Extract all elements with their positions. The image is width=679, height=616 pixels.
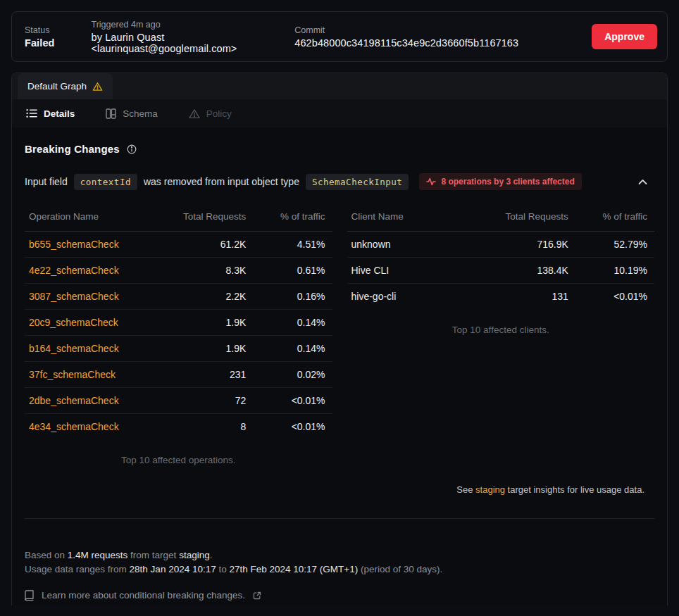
clients-column: Client Name Total Requests % of traffic … [347,207,655,465]
range-line: Usage data ranges from 28th Jan 2024 10:… [25,562,654,577]
tab-default-graph-label: Default Graph [27,81,87,92]
operation-traffic: 0.02% [246,362,332,388]
operation-traffic: <0.01% [246,388,332,414]
activity-pulse-icon [426,177,436,186]
operation-traffic: 0.16% [246,284,332,310]
usage-footer: Based on 1.4M requests from target stagi… [25,519,654,603]
operations-table: Operation Name Total Requests % of traff… [25,207,332,440]
client-name: Hive CLI [347,258,473,284]
operation-link[interactable]: 3087_schemaCheck [29,291,119,302]
operation-requests: 61.2K [151,232,246,258]
range-from: 28th Jan 2024 10:17 [130,564,216,574]
insights-prefix: See [456,484,475,495]
warning-triangle-icon [92,82,103,92]
operation-link[interactable]: 20c9_schemaCheck [29,317,118,328]
clients-caption: Top 10 affected clients. [347,325,655,335]
table-row: Hive CLI 138.4K 10.19% [347,258,655,284]
table-row: 3087_schemaCheck 2.2K 0.16% [25,284,332,310]
affected-badge-label: 8 operations by 3 clients affected [441,177,574,187]
status-group: Status Failed [25,25,55,49]
operation-requests: 8 [151,414,246,440]
tab-details[interactable]: Details [26,108,75,119]
learn-more-label: Learn more about conditional breaking ch… [42,589,245,603]
range-prefix: Usage data ranges from [25,564,130,574]
operations-col-traffic: % of traffic [246,207,332,232]
commit-group: Commit 462b48000c34198115c34e9c2d3660f5b… [294,25,518,49]
staging-link[interactable]: staging [475,484,505,495]
table-row: b164_schemaCheck 1.9K 0.14% [25,336,332,362]
graph-panel: Default Graph Details [11,73,668,605]
triggered-group: Triggered 4m ago by Laurin Quast <laurin… [92,20,258,54]
based-prefix: Based on [25,550,68,560]
clients-col-name: Client Name [347,207,473,232]
client-traffic: 52.79% [568,232,654,258]
operation-requests: 1.9K [151,310,246,336]
operations-caption: Top 10 affected operations. [25,455,332,465]
operation-link[interactable]: 37fc_schemaCheck [29,369,116,380]
operation-requests: 72 [151,388,246,414]
check-status-card: Status Failed Triggered 4m ago by Laurin… [11,11,668,62]
details-content: Breaking Changes Input field contextId w… [12,127,667,603]
view-toolbar: Details Schema Policy [12,99,667,127]
operation-link[interactable]: b164_schemaCheck [29,343,119,354]
operation-traffic: <0.01% [246,414,332,440]
requests-count: 1.4M requests [68,550,128,560]
operation-link[interactable]: b655_schemaCheck [29,239,119,250]
tab-policy[interactable]: Policy [189,108,232,119]
operation-requests: 231 [151,362,246,388]
operation-requests: 8.3K [151,258,246,284]
breaking-change-row[interactable]: Input field contextId was removed from i… [25,173,654,190]
table-row: 2dbe_schemaCheck 72 <0.01% [25,388,332,414]
range-to: 27th Feb 2024 10:17 (GMT+1) [229,564,358,574]
operations-column: Operation Name Total Requests % of traff… [25,207,332,465]
list-icon [26,108,37,118]
table-row: 4e22_schemaCheck 8.3K 0.61% [25,258,332,284]
affected-operations-badge[interactable]: 8 operations by 3 clients affected [419,173,581,190]
operation-traffic: 4.51% [246,232,332,258]
commit-label: Commit [294,25,518,35]
client-requests: 138.4K [473,258,568,284]
triggered-by: by Laurin Quast <laurinquast@googlemail.… [92,32,258,54]
learn-more-link[interactable]: Learn more about conditional breaking ch… [25,589,654,603]
table-row: 4e34_schemaCheck 8 <0.01% [25,414,332,440]
based-suffix: . [210,550,213,560]
operations-col-requests: Total Requests [151,207,246,232]
insights-note: See staging target insights for live usa… [25,484,654,495]
commit-hash: 462b48000c34198115c34e9c2d3660f5b1167163 [294,37,518,49]
table-row: 20c9_schemaCheck 1.9K 0.14% [25,310,332,336]
affected-tables: Operation Name Total Requests % of traff… [25,207,654,465]
operation-traffic: 0.14% [246,336,332,362]
operation-link[interactable]: 4e22_schemaCheck [29,265,119,276]
tab-schema[interactable]: Schema [106,108,158,119]
operation-traffic: 0.14% [246,310,332,336]
operation-traffic: 0.61% [246,258,332,284]
operation-link[interactable]: 2dbe_schemaCheck [29,395,119,406]
client-name: unknown [347,232,473,258]
warning-triangle-icon [189,108,200,119]
client-traffic: 10.19% [568,258,654,284]
approve-button[interactable]: Approve [592,24,657,49]
insights-suffix: target insights for live usage data. [505,484,644,495]
info-circle-icon[interactable] [127,144,137,154]
operation-requests: 2.2K [151,284,246,310]
chevron-up-icon[interactable] [635,176,650,188]
tab-schema-label: Schema [123,108,158,119]
clients-header-row: Client Name Total Requests % of traffic [347,207,655,232]
table-row: unknown 716.9K 52.79% [347,232,655,258]
table-row: b655_schemaCheck 61.2K 4.51% [25,232,332,258]
client-name: hive-go-cli [347,284,473,310]
triggered-label: Triggered 4m ago [92,20,258,30]
based-on-line: Based on 1.4M requests from target stagi… [25,548,654,562]
operation-link[interactable]: 4e34_schemaCheck [29,421,119,432]
operations-header-row: Operation Name Total Requests % of traff… [25,207,332,232]
tab-default-graph[interactable]: Default Graph [18,73,113,99]
status-label: Status [25,25,55,35]
change-middle: was removed from input object type [144,176,299,187]
clients-col-traffic: % of traffic [568,207,654,232]
status-value: Failed [25,37,55,49]
change-type-chip: SchemaCheckInput [306,174,409,190]
clients-table: Client Name Total Requests % of traffic … [347,207,655,310]
table-row: 37fc_schemaCheck 231 0.02% [25,362,332,388]
client-requests: 716.9K [473,232,568,258]
range-suffix: (period of 30 days). [358,564,442,574]
